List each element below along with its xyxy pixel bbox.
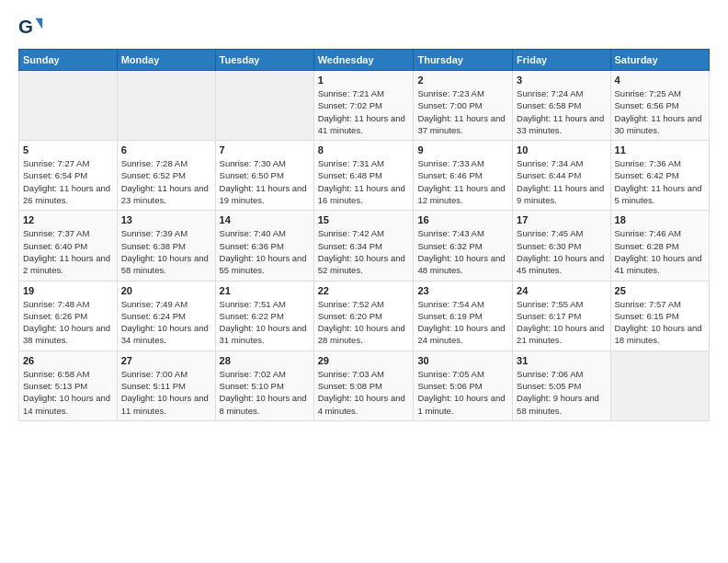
day-number: 26 <box>23 355 113 366</box>
table-row: 4Sunrise: 7:25 AM Sunset: 6:56 PM Daylig… <box>610 71 709 141</box>
day-info: Sunrise: 7:43 AM Sunset: 6:32 PM Dayligh… <box>417 227 508 276</box>
header: G <box>18 14 710 40</box>
day-number: 9 <box>417 144 508 155</box>
day-number: 30 <box>417 355 508 366</box>
day-info: Sunrise: 7:36 AM Sunset: 6:42 PM Dayligh… <box>615 157 705 206</box>
table-row: 7Sunrise: 7:30 AM Sunset: 6:50 PM Daylig… <box>215 141 313 211</box>
table-row: 16Sunrise: 7:43 AM Sunset: 6:32 PM Dayli… <box>414 211 513 281</box>
col-tuesday: Tuesday <box>215 50 313 71</box>
day-number: 25 <box>615 285 705 296</box>
day-number: 22 <box>318 285 410 296</box>
table-row: 31Sunrise: 7:06 AM Sunset: 5:05 PM Dayli… <box>513 350 610 420</box>
calendar-header-row: Sunday Monday Tuesday Wednesday Thursday… <box>19 50 710 71</box>
table-row: 13Sunrise: 7:39 AM Sunset: 6:38 PM Dayli… <box>117 211 215 281</box>
table-row: 26Sunrise: 6:58 AM Sunset: 5:13 PM Dayli… <box>19 350 118 420</box>
day-number: 14 <box>220 214 310 225</box>
table-row: 6Sunrise: 7:28 AM Sunset: 6:52 PM Daylig… <box>117 141 215 211</box>
day-number: 19 <box>23 285 113 296</box>
table-row: 19Sunrise: 7:48 AM Sunset: 6:26 PM Dayli… <box>19 281 118 350</box>
day-info: Sunrise: 7:03 AM Sunset: 5:08 PM Dayligh… <box>318 368 410 417</box>
svg-text:G: G <box>18 16 33 37</box>
day-number: 1 <box>318 75 410 86</box>
table-row: 14Sunrise: 7:40 AM Sunset: 6:36 PM Dayli… <box>215 211 313 281</box>
table-row <box>215 71 313 141</box>
calendar-week-row: 26Sunrise: 6:58 AM Sunset: 5:13 PM Dayli… <box>19 350 710 420</box>
day-info: Sunrise: 7:27 AM Sunset: 6:54 PM Dayligh… <box>23 157 113 206</box>
day-info: Sunrise: 7:39 AM Sunset: 6:38 PM Dayligh… <box>121 227 211 276</box>
day-number: 3 <box>517 75 606 86</box>
day-info: Sunrise: 7:31 AM Sunset: 6:48 PM Dayligh… <box>318 157 410 206</box>
calendar-table: Sunday Monday Tuesday Wednesday Thursday… <box>18 49 710 421</box>
day-number: 12 <box>23 214 113 225</box>
col-wednesday: Wednesday <box>313 50 414 71</box>
table-row <box>610 350 709 420</box>
day-number: 28 <box>220 355 310 366</box>
day-info: Sunrise: 7:21 AM Sunset: 7:02 PM Dayligh… <box>318 87 410 136</box>
day-number: 11 <box>615 144 705 155</box>
day-info: Sunrise: 7:34 AM Sunset: 6:44 PM Dayligh… <box>517 157 606 206</box>
table-row: 23Sunrise: 7:54 AM Sunset: 6:19 PM Dayli… <box>414 281 513 350</box>
col-sunday: Sunday <box>19 50 118 71</box>
table-row: 28Sunrise: 7:02 AM Sunset: 5:10 PM Dayli… <box>215 350 313 420</box>
day-info: Sunrise: 7:40 AM Sunset: 6:36 PM Dayligh… <box>220 227 310 276</box>
day-number: 5 <box>23 144 113 155</box>
logo: G <box>18 14 48 40</box>
day-number: 10 <box>517 144 606 155</box>
day-number: 29 <box>318 355 410 366</box>
table-row: 3Sunrise: 7:24 AM Sunset: 6:58 PM Daylig… <box>513 71 610 141</box>
table-row: 22Sunrise: 7:52 AM Sunset: 6:20 PM Dayli… <box>313 281 414 350</box>
table-row: 15Sunrise: 7:42 AM Sunset: 6:34 PM Dayli… <box>313 211 414 281</box>
day-info: Sunrise: 7:00 AM Sunset: 5:11 PM Dayligh… <box>121 368 211 417</box>
table-row <box>117 71 215 141</box>
table-row: 12Sunrise: 7:37 AM Sunset: 6:40 PM Dayli… <box>19 211 118 281</box>
day-number: 31 <box>517 355 606 366</box>
day-info: Sunrise: 7:37 AM Sunset: 6:40 PM Dayligh… <box>23 227 113 276</box>
table-row: 5Sunrise: 7:27 AM Sunset: 6:54 PM Daylig… <box>19 141 118 211</box>
svg-marker-1 <box>36 18 42 29</box>
day-number: 6 <box>121 144 211 155</box>
day-info: Sunrise: 7:05 AM Sunset: 5:06 PM Dayligh… <box>417 368 508 417</box>
day-info: Sunrise: 6:58 AM Sunset: 5:13 PM Dayligh… <box>23 368 113 417</box>
table-row <box>19 71 118 141</box>
day-number: 2 <box>417 75 508 86</box>
day-info: Sunrise: 7:06 AM Sunset: 5:05 PM Dayligh… <box>517 368 606 417</box>
day-info: Sunrise: 7:55 AM Sunset: 6:17 PM Dayligh… <box>517 298 606 347</box>
col-saturday: Saturday <box>610 50 709 71</box>
table-row: 1Sunrise: 7:21 AM Sunset: 7:02 PM Daylig… <box>313 71 414 141</box>
day-number: 13 <box>121 214 211 225</box>
table-row: 29Sunrise: 7:03 AM Sunset: 5:08 PM Dayli… <box>313 350 414 420</box>
day-info: Sunrise: 7:42 AM Sunset: 6:34 PM Dayligh… <box>318 227 410 276</box>
table-row: 11Sunrise: 7:36 AM Sunset: 6:42 PM Dayli… <box>610 141 709 211</box>
day-info: Sunrise: 7:23 AM Sunset: 7:00 PM Dayligh… <box>417 87 508 136</box>
table-row: 24Sunrise: 7:55 AM Sunset: 6:17 PM Dayli… <box>513 281 610 350</box>
table-row: 25Sunrise: 7:57 AM Sunset: 6:15 PM Dayli… <box>610 281 709 350</box>
day-info: Sunrise: 7:30 AM Sunset: 6:50 PM Dayligh… <box>220 157 310 206</box>
calendar-week-row: 1Sunrise: 7:21 AM Sunset: 7:02 PM Daylig… <box>19 71 710 141</box>
day-info: Sunrise: 7:52 AM Sunset: 6:20 PM Dayligh… <box>318 298 410 347</box>
day-info: Sunrise: 7:57 AM Sunset: 6:15 PM Dayligh… <box>615 298 705 347</box>
table-row: 9Sunrise: 7:33 AM Sunset: 6:46 PM Daylig… <box>414 141 513 211</box>
day-number: 8 <box>318 144 410 155</box>
logo-icon: G <box>18 14 44 40</box>
day-number: 24 <box>517 285 606 296</box>
day-info: Sunrise: 7:28 AM Sunset: 6:52 PM Dayligh… <box>121 157 211 206</box>
table-row: 17Sunrise: 7:45 AM Sunset: 6:30 PM Dayli… <box>513 211 610 281</box>
day-info: Sunrise: 7:24 AM Sunset: 6:58 PM Dayligh… <box>517 87 606 136</box>
day-number: 27 <box>121 355 211 366</box>
table-row: 2Sunrise: 7:23 AM Sunset: 7:00 PM Daylig… <box>414 71 513 141</box>
day-number: 4 <box>615 75 705 86</box>
day-info: Sunrise: 7:45 AM Sunset: 6:30 PM Dayligh… <box>517 227 606 276</box>
col-friday: Friday <box>513 50 610 71</box>
day-number: 16 <box>417 214 508 225</box>
day-number: 17 <box>517 214 606 225</box>
calendar-week-row: 5Sunrise: 7:27 AM Sunset: 6:54 PM Daylig… <box>19 141 710 211</box>
page: G Sunday Monday Tuesday Wednesday Thursd… <box>0 0 728 563</box>
day-info: Sunrise: 7:49 AM Sunset: 6:24 PM Dayligh… <box>121 298 211 347</box>
table-row: 21Sunrise: 7:51 AM Sunset: 6:22 PM Dayli… <box>215 281 313 350</box>
table-row: 8Sunrise: 7:31 AM Sunset: 6:48 PM Daylig… <box>313 141 414 211</box>
table-row: 27Sunrise: 7:00 AM Sunset: 5:11 PM Dayli… <box>117 350 215 420</box>
day-info: Sunrise: 7:51 AM Sunset: 6:22 PM Dayligh… <box>220 298 310 347</box>
table-row: 30Sunrise: 7:05 AM Sunset: 5:06 PM Dayli… <box>414 350 513 420</box>
day-info: Sunrise: 7:48 AM Sunset: 6:26 PM Dayligh… <box>23 298 113 347</box>
table-row: 10Sunrise: 7:34 AM Sunset: 6:44 PM Dayli… <box>513 141 610 211</box>
